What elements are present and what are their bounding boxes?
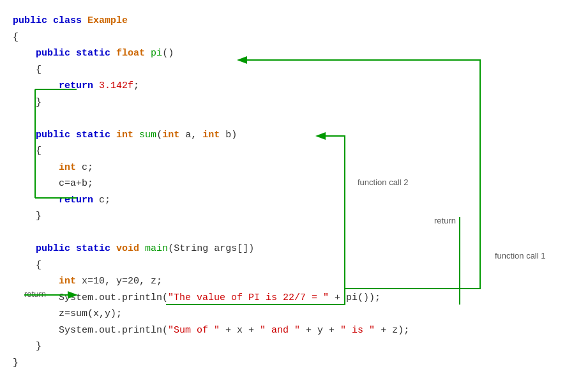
code-line-2: { <box>13 29 409 46</box>
code-line-10: int c; <box>13 160 409 176</box>
return-bottom-label: return <box>24 289 46 299</box>
code-line-12: return c; <box>13 192 409 209</box>
code-line-3: public static float pi() <box>13 45 409 62</box>
code-line-1: public class Example <box>13 13 409 29</box>
code-line-13: } <box>13 208 409 225</box>
code-line-16: { <box>13 257 409 274</box>
code-line-8: public static int sum(int a, int b) <box>13 127 409 144</box>
function-call-1-label: function call 1 <box>495 251 546 260</box>
code-line-15: public static void main(String args[]) <box>13 241 409 257</box>
code-line-17: int x=10, y=20, z; <box>13 273 409 290</box>
code-line-22: } <box>13 355 409 372</box>
code-line-11: c=a+b; <box>13 176 409 192</box>
code-line-7 <box>13 110 409 127</box>
code-line-20: System.out.println("Sum of " + x + " and… <box>13 322 409 339</box>
code-line-21: } <box>13 338 409 355</box>
code-line-5: return 3.142f; <box>13 78 409 94</box>
code-line-9: { <box>13 143 409 160</box>
code-line-14 <box>13 225 409 241</box>
function-call-2-label: function call 2 <box>358 177 409 187</box>
code-line-4: { <box>13 62 409 79</box>
code-line-18: System.out.println("The value of PI is 2… <box>13 290 409 306</box>
code-line-19: z=sum(x,y); <box>13 306 409 322</box>
code-area: public class Example { public static flo… <box>13 13 409 371</box>
code-line-6: } <box>13 94 409 111</box>
return-top-label: return <box>434 216 456 225</box>
